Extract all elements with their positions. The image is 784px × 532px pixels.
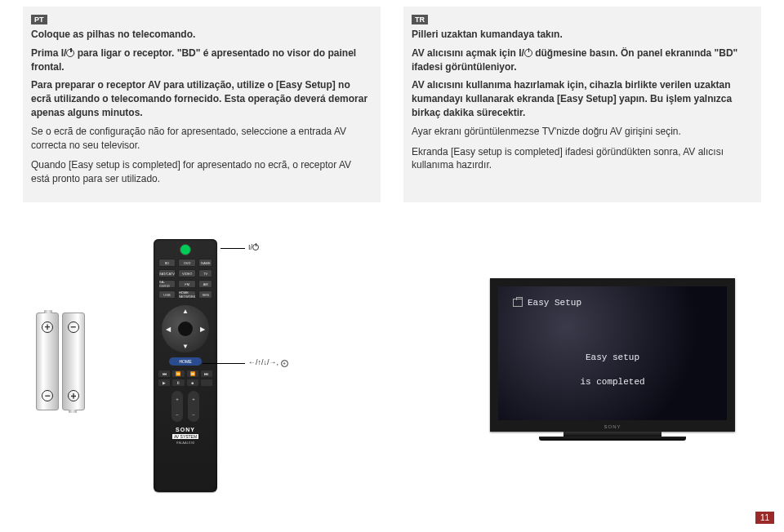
lang-badge-tr: TR — [412, 15, 428, 24]
remote-navpad[interactable]: ▲ ▼ ◀ ▶ — [162, 305, 209, 352]
illustration-area: + − + − BD DVD GAME SAT/CATV VIDEO TV SA… — [0, 224, 784, 506]
power-icon — [524, 49, 532, 57]
remote-control: BD DVD GAME SAT/CATV VIDEO TV SA-CD/CD F… — [154, 239, 217, 492]
remote-rockers: +− +− — [172, 391, 199, 422]
power-icon — [252, 244, 259, 250]
remote-btn-sacd[interactable]: SA-CD/CD — [158, 280, 176, 288]
remote-transport-row: ⏮ ⏪ ⏩ ⏭ ▶ ⏸ ■ — [158, 370, 212, 386]
pt-p3: Se o ecrã de configuração não for aprese… — [31, 125, 372, 153]
lang-badge-pt: PT — [31, 15, 47, 24]
pt-p4: Quando [Easy setup is completed] for apr… — [31, 158, 372, 186]
remote-ff-button[interactable]: ⏩ — [187, 370, 198, 377]
remote-channel-rocker[interactable]: +− — [188, 391, 199, 422]
remote-pause-button[interactable]: ⏸ — [172, 379, 184, 386]
tr-p2: AV alıcısını kullanıma hazırlamak için, … — [412, 78, 753, 119]
leader-label-power: I/ — [248, 243, 259, 251]
toolbox-icon — [513, 299, 523, 307]
tr-p1: AV alıcısını açmak için I/ düğmesine bas… — [412, 47, 753, 74]
tv-brand-label: SONY — [498, 424, 727, 429]
remote-brand-label: SONY — [176, 427, 195, 432]
tv-stand — [564, 432, 662, 437]
power-glyph: I/ — [519, 47, 524, 59]
tr-heading: Pilleri uzaktan kumandaya takın. — [412, 28, 753, 42]
batteries: + − + − — [36, 313, 93, 414]
remote-stop-button[interactable]: ■ — [187, 379, 198, 386]
remote-nav-ok[interactable] — [178, 321, 193, 336]
power-icon — [66, 49, 74, 57]
remote-next-button[interactable]: ⏭ — [201, 370, 212, 377]
remote-power-button[interactable] — [180, 244, 191, 255]
remote-nav-down-icon[interactable]: ▼ — [182, 343, 189, 350]
tr-p3: Ayar ekranı görüntülenmezse TV'nizde doğ… — [412, 125, 753, 139]
remote-source-grid: BD DVD GAME SAT/CATV VIDEO TV SA-CD/CD F… — [158, 259, 212, 299]
remote-prev-button[interactable]: ⏮ — [158, 370, 170, 377]
minus-icon: − — [42, 390, 53, 401]
remote-btn-satcatv[interactable]: SAT/CATV — [158, 269, 176, 277]
remote-volume-rocker[interactable]: +− — [172, 391, 183, 422]
tv-title: Easy Setup — [528, 298, 581, 308]
tv-frame: Easy Setup Easy setup is completed SONY — [490, 278, 735, 432]
enter-icon: + — [281, 360, 288, 367]
plus-icon: + — [68, 390, 79, 401]
pt-p2: Para preparar o receptor AV para utiliza… — [31, 78, 372, 119]
leader-line-nav — [203, 363, 245, 364]
tv-line2: is completed — [580, 377, 644, 387]
remote-nav-up-icon[interactable]: ▲ — [182, 308, 189, 315]
tv-line1: Easy setup — [586, 352, 639, 362]
tv-setup-body: Easy setup is completed — [498, 319, 727, 420]
remote-btn-dvd[interactable]: DVD — [178, 259, 196, 267]
battery-cap — [44, 310, 52, 313]
remote-btn-am[interactable]: AM — [198, 280, 212, 288]
tr-p4: Ekranda [Easy setup is completed] ifades… — [412, 145, 753, 173]
remote-btn-game[interactable]: GAME — [198, 259, 212, 267]
plus-icon: + — [42, 321, 53, 333]
power-glyph: I/ — [61, 47, 67, 59]
page-number: 11 — [755, 512, 774, 524]
tr-p1a: AV alıcısını açmak için — [412, 47, 519, 59]
column-tr: TR Pilleri uzaktan kumandaya takın. AV a… — [403, 7, 761, 202]
two-column-text: PT Coloque as pilhas no telecomando. Pri… — [0, 0, 784, 202]
pt-p1b: para ligar o receptor. "BD" é apresentad… — [31, 47, 356, 73]
pt-heading: Coloque as pilhas no telecomando. — [31, 28, 372, 42]
remote-home-button[interactable]: HOME — [169, 357, 202, 366]
column-pt: PT Coloque as pilhas no telecomando. Pri… — [23, 7, 381, 202]
battery-cap — [69, 410, 77, 413]
battery-a: + − — [36, 313, 59, 410]
pt-p1: Prima I/ para ligar o receptor. "BD" é a… — [31, 47, 372, 74]
remote-btn-sen[interactable]: SEN — [198, 290, 212, 299]
minus-icon: − — [68, 321, 79, 333]
remote-av-label: AV SYSTEM — [172, 434, 198, 439]
remote-btn-tv[interactable]: TV — [198, 269, 212, 277]
battery-b: + − — [62, 313, 85, 410]
tv-setup-header: Easy Setup — [498, 286, 727, 319]
tv-illustration: Easy Setup Easy setup is completed SONY — [490, 278, 735, 451]
remote-nav-left-icon[interactable]: ◀ — [166, 326, 171, 333]
leader-label-nav: ←/↑/↓/→, + — [248, 358, 288, 367]
remote-btn-usb[interactable]: USB — [158, 290, 176, 299]
remote-btn-bd[interactable]: BD — [158, 259, 176, 267]
remote-model-label: RM-AAU190 — [176, 441, 194, 445]
remote-rew-button[interactable]: ⏪ — [172, 370, 184, 377]
remote-btn-video[interactable]: VIDEO — [178, 269, 196, 277]
remote-btn-fm[interactable]: FM — [178, 280, 196, 288]
leader-line-power — [220, 248, 245, 249]
remote-nav-right-icon[interactable]: ▶ — [200, 326, 205, 333]
remote-blank-button[interactable] — [201, 379, 212, 386]
remote-play-button[interactable]: ▶ — [158, 379, 170, 386]
tv-screen: Easy Setup Easy setup is completed — [498, 286, 727, 420]
remote-btn-homenet[interactable]: HOME NETWORK — [178, 290, 196, 299]
pt-p1a: Prima — [31, 47, 61, 59]
